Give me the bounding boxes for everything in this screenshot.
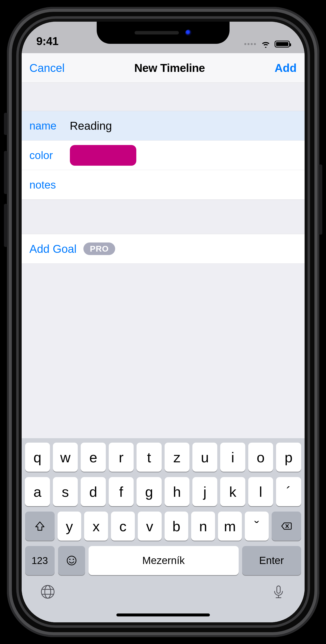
key-r[interactable]: r <box>109 443 134 472</box>
emoji-key[interactable] <box>58 546 85 575</box>
globe-key[interactable] <box>40 584 56 601</box>
side-button-mute <box>4 113 7 135</box>
key-q[interactable]: q <box>25 443 50 472</box>
key-v[interactable]: v <box>138 512 162 540</box>
color-swatch[interactable] <box>70 145 136 166</box>
key-w[interactable]: w <box>53 443 78 472</box>
notes-row[interactable]: notes <box>22 170 305 200</box>
key-e[interactable]: e <box>81 443 106 472</box>
form-content: name Reading color notes Add Goal PRO <box>22 83 305 622</box>
add-goal-row[interactable]: Add Goal PRO <box>22 234 305 264</box>
side-button-power <box>319 164 322 234</box>
battery-icon <box>275 40 290 48</box>
software-keyboard: qwertzuiop asdfghjkl´ yxcvbnmˇ <box>22 438 305 622</box>
key-s[interactable]: s <box>53 477 78 506</box>
name-label: name <box>29 120 64 132</box>
key-u[interactable]: u <box>192 443 217 472</box>
key-c[interactable]: c <box>111 512 135 540</box>
key-j[interactable]: j <box>192 477 217 506</box>
add-button[interactable]: Add <box>275 61 297 74</box>
add-goal-label: Add Goal <box>29 242 77 256</box>
svg-rect-5 <box>277 586 280 593</box>
svg-point-3 <box>41 586 54 598</box>
color-label: color <box>29 149 64 162</box>
modal-nav-bar: Cancel New Timeline Add <box>22 53 305 83</box>
side-button-volume-down <box>4 204 7 247</box>
backspace-key[interactable] <box>272 512 301 540</box>
key-k[interactable]: k <box>220 477 245 506</box>
key-d[interactable]: d <box>81 477 106 506</box>
dictation-key[interactable] <box>271 584 286 601</box>
key-x[interactable]: x <box>84 512 108 540</box>
key-m[interactable]: m <box>218 512 242 540</box>
home-indicator <box>116 614 210 616</box>
svg-point-4 <box>45 586 51 598</box>
key-f[interactable]: f <box>109 477 134 506</box>
status-time: 9:41 <box>36 34 58 48</box>
page-title: New Timeline <box>134 61 205 74</box>
color-row[interactable]: color <box>22 140 305 170</box>
key-y[interactable]: y <box>57 512 81 540</box>
key-g[interactable]: g <box>137 477 161 506</box>
front-camera <box>185 30 192 36</box>
name-row[interactable]: name Reading <box>22 111 305 140</box>
key-a[interactable]: a <box>25 477 50 506</box>
pro-badge: PRO <box>83 242 115 255</box>
cancel-button[interactable]: Cancel <box>29 61 65 74</box>
key-ˇ[interactable]: ˇ <box>245 512 269 540</box>
key-h[interactable]: h <box>165 477 189 506</box>
key-l[interactable]: l <box>248 477 273 506</box>
device-notch <box>97 22 230 44</box>
svg-point-1 <box>69 559 70 560</box>
svg-point-2 <box>73 559 74 560</box>
numbers-key[interactable]: 123 <box>25 546 55 575</box>
shift-key[interactable] <box>25 512 55 540</box>
key-b[interactable]: b <box>165 512 188 540</box>
key-i[interactable]: i <box>220 443 245 472</box>
notes-label: notes <box>29 179 64 191</box>
key-t[interactable]: t <box>137 443 161 472</box>
enter-key[interactable]: Enter <box>242 546 301 575</box>
space-key[interactable]: Mezerník <box>89 546 239 575</box>
side-button-volume-up <box>4 151 7 194</box>
key-o[interactable]: o <box>248 443 273 472</box>
cellular-dots-icon <box>244 43 256 45</box>
speaker-grill <box>135 31 179 34</box>
key-´[interactable]: ´ <box>276 477 301 506</box>
svg-point-0 <box>67 556 76 565</box>
key-n[interactable]: n <box>191 512 215 540</box>
key-p[interactable]: p <box>276 443 301 472</box>
name-input[interactable]: Reading <box>70 119 112 132</box>
key-z[interactable]: z <box>165 443 189 472</box>
phone-frame: 9:41 Cancel New Timeline <box>7 7 319 637</box>
wifi-icon <box>261 40 271 48</box>
